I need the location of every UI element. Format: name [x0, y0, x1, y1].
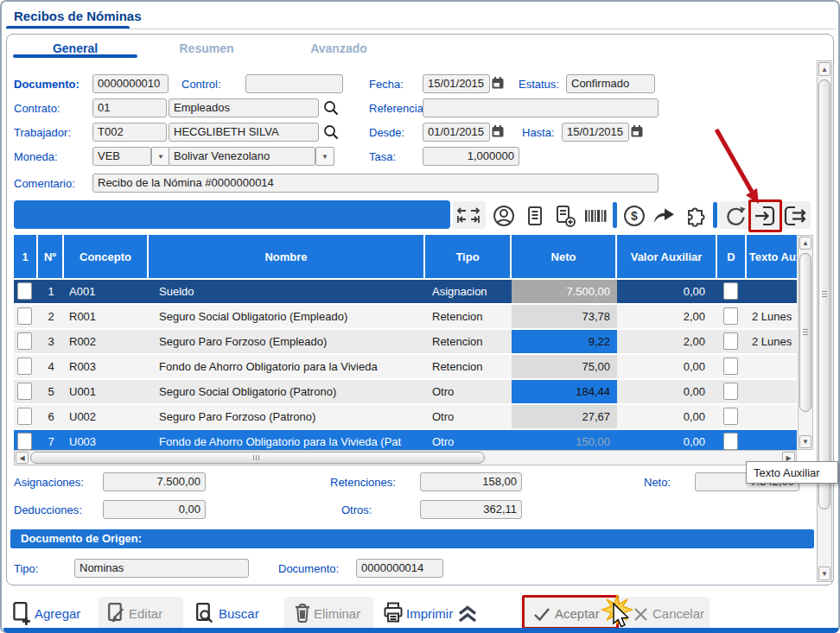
scroll-up-button[interactable]: ▲ — [799, 237, 811, 250]
col-header-n[interactable]: Nº — [38, 235, 64, 278]
tab-general[interactable]: General — [23, 41, 127, 55]
otros-field[interactable]: 362,11 — [420, 500, 522, 519]
row-checkbox[interactable] — [17, 433, 32, 450]
comentario-field[interactable]: Recibo de la Nómina #0000000014 — [92, 174, 659, 193]
col-header-d[interactable]: D — [717, 235, 747, 278]
contrato-search-icon[interactable] — [323, 100, 339, 116]
cell-concepto: R001 — [69, 305, 149, 328]
moneda-code-dropdown[interactable]: ▼ — [151, 147, 170, 166]
fecha-calendar-icon[interactable] — [491, 76, 505, 90]
scroll-thumb[interactable] — [818, 79, 830, 510]
table-row[interactable]: 2 R001 Seguro Social Obligatorio (Emplea… — [14, 305, 797, 328]
eliminar-button[interactable]: Eliminar — [314, 606, 360, 621]
cell-d-checkbox[interactable] — [723, 307, 738, 325]
estatus-field[interactable]: Confirmado — [566, 74, 655, 93]
cell-d-checkbox[interactable] — [723, 332, 738, 350]
puzzle-icon[interactable] — [681, 202, 709, 230]
scroll-down-button[interactable]: ▼ — [799, 435, 811, 448]
cell-d-checkbox[interactable] — [723, 282, 738, 300]
table-vscrollbar[interactable]: ▲ ▼ — [798, 235, 813, 450]
resize-arrows-icon[interactable] — [455, 202, 482, 230]
editar-icon[interactable] — [105, 602, 127, 625]
hasta-field[interactable]: 15/01/2015 — [562, 123, 629, 142]
desde-calendar-icon[interactable] — [491, 124, 505, 138]
origin-tipo-field[interactable]: Nominas — [74, 559, 249, 578]
deducciones-field[interactable]: 0,00 — [103, 500, 206, 519]
col-header-tipo[interactable]: Tipo — [425, 235, 512, 278]
row-checkbox[interactable] — [17, 307, 32, 325]
cancelar-button[interactable]: Cancelar — [652, 606, 704, 621]
barcode-icon[interactable] — [582, 202, 610, 230]
export-icon[interactable] — [781, 202, 809, 230]
table-hscrollbar[interactable]: ◀ ▶ — [14, 450, 797, 465]
cell-d-checkbox[interactable] — [723, 408, 738, 425]
col-header-select[interactable]: 1 — [14, 235, 38, 278]
aceptar-button[interactable]: Aceptar — [555, 606, 600, 621]
eliminar-icon[interactable] — [292, 602, 313, 624]
control-field[interactable] — [245, 74, 343, 93]
origin-documento-field[interactable]: 0000000014 — [356, 559, 443, 578]
cell-d-checkbox[interactable] — [723, 358, 738, 375]
tab-resumen[interactable]: Resumen — [155, 41, 258, 55]
fecha-field[interactable]: 15/01/2015 — [423, 74, 490, 93]
share-arrow-icon[interactable] — [650, 202, 678, 230]
contrato-name-field[interactable]: Empleados — [169, 98, 319, 117]
row-checkbox[interactable] — [17, 358, 32, 375]
trabajador-search-icon[interactable] — [323, 124, 339, 140]
documento-field[interactable]: 0000000010 — [92, 74, 169, 93]
scroll-thumb[interactable] — [30, 452, 485, 464]
moneda-name-field[interactable]: Bolivar Venezolano — [169, 147, 315, 166]
moneda-name-dropdown[interactable]: ▼ — [315, 147, 334, 166]
asignaciones-field[interactable]: 7.500,00 — [103, 472, 206, 491]
aceptar-check-icon[interactable] — [532, 606, 551, 622]
row-checkbox[interactable] — [17, 282, 32, 300]
table-row[interactable]: 5 U001 Seguro Social Obligatorio (Patron… — [14, 380, 797, 403]
col-header-nombre[interactable]: Nombre — [149, 235, 425, 278]
col-header-neto[interactable]: Neto — [512, 235, 617, 278]
scroll-up-button[interactable]: ▲ — [818, 62, 830, 76]
cell-d-checkbox[interactable] — [723, 383, 738, 400]
collapse-chevrons-icon[interactable] — [455, 604, 480, 624]
imprimir-button[interactable]: Imprimir — [406, 606, 453, 621]
cell-d-checkbox[interactable] — [723, 433, 738, 450]
dollar-icon[interactable]: $ — [620, 202, 648, 230]
agregar-button[interactable]: Agregar — [35, 606, 80, 621]
document-add-icon[interactable] — [551, 202, 579, 230]
agregar-icon[interactable] — [10, 601, 33, 627]
trabajador-name-field[interactable]: HECGLIBETH SILVA — [169, 123, 319, 142]
editar-button[interactable]: Editar — [129, 606, 162, 621]
buscar-icon[interactable] — [194, 602, 215, 625]
imprimir-icon[interactable] — [382, 601, 404, 625]
buscar-button[interactable]: Buscar — [219, 606, 259, 621]
scroll-down-button[interactable]: ▼ — [818, 567, 830, 580]
referencia-field[interactable] — [423, 98, 659, 117]
retenciones-field[interactable]: 158,00 — [420, 472, 522, 491]
table-row[interactable]: 1 A001 Sueldo Asignacion 7.500,00 0,00 — [14, 280, 797, 303]
refresh-icon[interactable] — [722, 202, 749, 230]
tab-avanzado[interactable]: Avanzado — [287, 41, 391, 55]
retenciones-label: Retenciones: — [330, 476, 396, 489]
row-checkbox[interactable] — [17, 383, 32, 400]
table-row[interactable]: 3 R002 Seguro Paro Forzoso (Empleado) Re… — [14, 330, 797, 353]
row-checkbox[interactable] — [17, 408, 32, 425]
panel-vscrollbar[interactable]: ▲ ▼ — [817, 60, 832, 582]
col-header-concepto[interactable]: Concepto — [64, 235, 149, 278]
table-row[interactable]: 4 R003 Fondo de Ahorro Obligatorio para … — [14, 355, 797, 378]
hasta-calendar-icon[interactable] — [630, 124, 644, 138]
cell-tipo: Asignacion — [432, 280, 512, 303]
document-icon[interactable] — [521, 202, 549, 230]
scroll-left-button[interactable]: ◀ — [16, 452, 29, 464]
desde-field[interactable]: 01/01/2015 — [423, 123, 490, 142]
contrato-code-field[interactable]: 01 — [92, 98, 167, 117]
cancelar-x-icon[interactable] — [633, 606, 649, 623]
scroll-thumb[interactable] — [799, 253, 811, 412]
col-header-valor-auxiliar[interactable]: Valor Auxiliar — [617, 235, 717, 278]
col-header-texto-auxiliar[interactable]: Texto Auxiliar — [747, 235, 797, 278]
table-row[interactable]: 7 U003 Fondo de Ahorro Obligatorio para … — [14, 430, 797, 450]
moneda-code-field[interactable]: VEB — [92, 147, 151, 166]
trabajador-code-field[interactable]: T002 — [92, 123, 167, 142]
table-row[interactable]: 6 U002 Seguro Paro Forzoso (Patrono) Otr… — [14, 405, 797, 428]
user-icon[interactable] — [490, 202, 518, 230]
tasa-field[interactable]: 1,000000 — [423, 147, 519, 166]
row-checkbox[interactable] — [17, 332, 32, 350]
